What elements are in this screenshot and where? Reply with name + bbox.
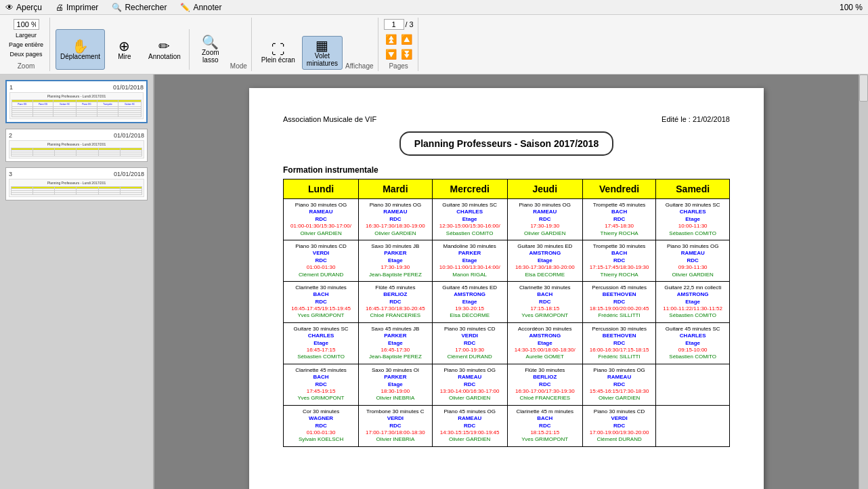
table-row: Clarinette 45 minutes BACHRDC 17:45-19:1…	[284, 364, 730, 405]
cell-r4-lundi: Guitare 30 minutes SC CHARLESEtage 16:45…	[284, 322, 359, 364]
thumb-content-1: Planning Professeurs - Lundi 2017/201 Pi…	[9, 92, 144, 119]
cell-r2-jeudi: Guitare 30 minutes ED AMSTRONGEtage 16:3…	[507, 240, 582, 281]
page-next-button[interactable]: 🔽	[384, 47, 398, 61]
cell-r6-lundi: Cor 30 minutes WAGNERRDC 01:00-01:30 Syl…	[284, 405, 359, 446]
rechercher-icon: 🔍	[112, 3, 122, 12]
cell-r5-mercredi: Piano 30 minutes OG RAMEAURDC 13:30-14:0…	[432, 364, 507, 405]
cell-r3-samedi: Guitare 22,5 mn collecti AMSTRONGEtage 1…	[656, 281, 730, 322]
cell-r3-jeudi: Clarinette 30 minutes BACHRDC 17:15-18:1…	[507, 281, 582, 322]
thumbnail-page-1[interactable]: 1 01/01/2018 Planning Professeurs - Lund…	[5, 80, 148, 123]
cell-r1-mercredi: Guitare 30 minutes SC CHARLESEtage 12:30…	[432, 199, 507, 240]
page-document: Association Musicale de VIF Edité le : 2…	[249, 88, 764, 489]
cell-r3-mardi: Flûte 45 minutes BERLIOZRDC 16:45-17:30/…	[359, 281, 433, 322]
thumb-date-1: 01/01/2018	[113, 84, 144, 91]
cell-r2-mardi: Saxo 30 minutes JB PARKEREtage 17:30-19:…	[359, 240, 433, 281]
thumb-title-3: Planning Professeurs - Lundi 2017/201	[11, 181, 142, 185]
toolbar-pages-group: / 3 ⏫ 🔼 🔽 ⏬ Pages	[380, 18, 418, 71]
annoter-icon: ✏️	[180, 3, 190, 12]
thumb-header-1: 1 01/01/2018	[9, 84, 144, 91]
table-row: Clarinette 30 minutes BACHRDC 16:45-17:4…	[284, 281, 730, 322]
thumbnail-page-3[interactable]: 3 01/01/2018 Planning Professeurs - Lund…	[5, 167, 148, 200]
zoom-input[interactable]	[14, 19, 39, 30]
cell-r4-mercredi: Piano 30 minutes CD VERDIRDC 17:00-19:30…	[432, 322, 507, 364]
cell-r3-vendredi: Percussion 45 minutes BEETHOVENRDC 18:15…	[582, 281, 656, 322]
zoom-option-row2: Page entière	[7, 41, 45, 49]
instrument: Piano 30 minutes OG	[286, 202, 356, 209]
cell-r2-mercredi: Mandoline 30 minutes PARKEREtage 10:30-1…	[432, 240, 507, 281]
mode-buttons: ✋ Déplacement ⊕ Mire ✏ Annotation 🔍 Zoom…	[56, 29, 227, 70]
page-entiere-button[interactable]: Page entière	[7, 41, 45, 49]
menu-annoter[interactable]: ✏️ Annoter	[180, 3, 221, 12]
cell-r6-samedi	[656, 405, 730, 446]
scrollbar-thumb[interactable]	[859, 75, 868, 102]
thumb-label-2: 2	[9, 132, 12, 139]
cell-r5-samedi	[656, 364, 730, 405]
volet-miniatures-button[interactable]: ▦ Volet miniatures	[302, 36, 343, 70]
cell-r4-jeudi: Accordéon 30 minutes AMSTRONGEtage 14:30…	[507, 322, 582, 364]
cell-r6-jeudi: Clarinette 45 m minutes BACHRDC 18:15-21…	[507, 405, 582, 446]
cell-r4-vendredi: Percussion 30 minutes BEETHOVENRDC 16:00…	[582, 322, 656, 364]
cell-r2-vendredi: Trompette 30 minutes BACHRDC 17:15-17:45…	[582, 240, 656, 281]
page-separator: / 3	[406, 20, 414, 28]
page-last-button[interactable]: ⏬	[399, 47, 414, 61]
cell-r5-vendredi: Piano 30 minutes OG RAMEAURDC 15:45-16:1…	[582, 364, 656, 405]
cell-r6-mardi: Trombone 30 minutes C VERDIRDC 17:00-17:…	[359, 405, 433, 446]
page-current-input[interactable]	[384, 19, 404, 30]
volet-miniatures-icon: ▦	[316, 39, 328, 52]
cell-r6-mercredi: Piano 45 minutes OG RAMEAURDC 14:30-15:1…	[432, 405, 507, 446]
plein-ecran-label: Plein écran	[261, 56, 295, 64]
pages-controls: / 3 ⏫ 🔼 🔽 ⏬	[384, 19, 414, 61]
zoom-lasso-label: Zoom lasso	[202, 49, 219, 64]
annotation-button[interactable]: ✏ Annotation	[144, 29, 185, 70]
plein-ecran-button[interactable]: ⛶ Plein écran	[257, 36, 299, 70]
thumb-content-3: Planning Professeurs - Lundi 2017/201	[9, 179, 144, 197]
document-area[interactable]: Association Musicale de VIF Edité le : 2…	[154, 75, 859, 489]
cell-r5-lundi: Clarinette 45 minutes BACHRDC 17:45-19:1…	[284, 364, 359, 405]
zoom-row	[14, 19, 39, 30]
affichage-group-label: Affichage	[345, 62, 374, 70]
deplacement-button[interactable]: ✋ Déplacement	[56, 29, 105, 70]
page-first-button[interactable]: ⏫	[384, 33, 398, 46]
deux-pages-button[interactable]: Deux pages	[8, 50, 45, 58]
cell-r5-jeudi: Flûte 30 minutes BERLIOZRDC 16:30-17:00/…	[507, 364, 582, 405]
affichage-row: ⛶ Plein écran ▦ Volet miniatures	[257, 36, 343, 70]
thumb-title-2: Planning Professeurs - Lundi 2017/201	[11, 142, 142, 146]
volet-miniatures-label: Volet miniatures	[307, 52, 338, 67]
thumb-header-2: 2 01/01/2018	[9, 132, 144, 139]
cell-r2-lundi: Piano 30 minutes CD VERDIRDC 01:00-01:30…	[284, 240, 359, 281]
toolbar-affichage-group: ⛶ Plein écran ▦ Volet miniatures Afficha…	[253, 18, 378, 71]
mode-row: ✋ Déplacement ⊕ Mire ✏ Annotation 🔍 Zoom…	[56, 29, 227, 70]
hours: 01:00-01:30/15:30-17:00/	[286, 223, 356, 230]
menu-rechercher[interactable]: 🔍 Rechercher	[112, 3, 167, 12]
table-row: Cor 30 minutes WAGNERRDC 01:00-01:30 Syl…	[284, 405, 730, 446]
menu-apercu[interactable]: 👁 Aperçu	[5, 3, 42, 12]
mire-label: Mire	[118, 53, 131, 60]
zoom-lasso-button[interactable]: 🔍 Zoom lasso	[194, 29, 227, 70]
cell-r1-lundi: Piano 30 minutes OG RAMEAURDC 01:00-01:3…	[284, 199, 359, 240]
right-scrollbar[interactable]	[859, 75, 868, 489]
doc-header: Association Musicale de VIF Edité le : 2…	[283, 115, 730, 123]
doc-title: Planning Professeurs - Saison 2017/2018	[399, 131, 613, 156]
mire-button[interactable]: ⊕ Mire	[108, 29, 142, 70]
thumb-label-3: 3	[9, 171, 12, 177]
toolbar-zoom-group: Largeur Page entière Deux pages Zoom	[3, 18, 50, 71]
table-row: Guitare 30 minutes SC CHARLESEtage 16:45…	[284, 322, 730, 364]
col-lundi: Lundi	[284, 179, 359, 199]
largeur-button[interactable]: Largeur	[13, 31, 40, 39]
cell-r6-vendredi: Piano 30 minutes CD VERDIRDC 17:00-19:00…	[582, 405, 656, 446]
edit-date: Edité le : 21/02/2018	[661, 115, 730, 123]
pages-group-label: Pages	[389, 62, 408, 70]
page-arrows: ⏫ 🔼 🔽 ⏬	[384, 33, 414, 61]
imprimer-icon: 🖨	[56, 3, 64, 12]
thumbnail-page-2[interactable]: 2 01/01/2018 Planning Professeurs - Lund…	[5, 129, 148, 162]
mode-group-label: Mode	[230, 62, 247, 70]
plein-ecran-icon: ⛶	[272, 43, 285, 56]
cell-r1-jeudi: Piano 30 minutes OG RAMEAURDC 17:30-19:3…	[507, 199, 582, 240]
deux-pages-label: Deux pages	[10, 51, 43, 58]
association-name: Association Musicale de VIF	[283, 115, 376, 123]
menu-imprimer[interactable]: 🖨 Imprimer	[56, 3, 98, 12]
page-prev-button[interactable]: 🔼	[399, 33, 414, 46]
thumb-label-1: 1	[9, 84, 13, 91]
thumbnail-panel: 1 01/01/2018 Planning Professeurs - Lund…	[0, 75, 154, 489]
cell-r5-mardi: Saxo 30 minutes Ol PARKEREtage 18:30-19:…	[359, 364, 433, 405]
